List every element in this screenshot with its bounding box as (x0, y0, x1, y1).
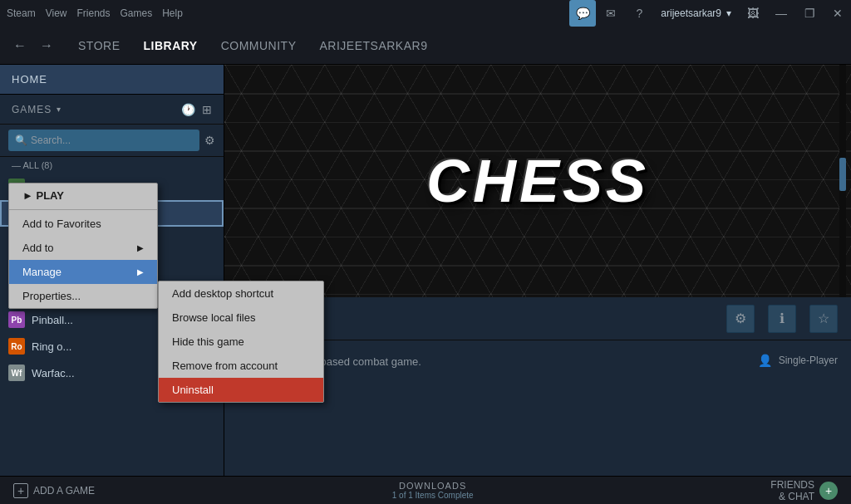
home-label: HOME (12, 73, 47, 86)
menu-steam[interactable]: Steam (7, 7, 36, 19)
all-label: — ALL (8) (0, 157, 224, 174)
add-game-label: ADD A GAME (33, 485, 95, 497)
title-bar-menus: Steam View Friends Games Help (7, 7, 183, 19)
sub-context-menu: Add desktop shortcut Browse local files … (158, 281, 324, 403)
info-button[interactable]: ℹ (768, 305, 796, 333)
username-label: arijeetsarkar9 (661, 7, 721, 19)
ctx-remove-account[interactable]: Remove from account (159, 354, 323, 378)
ctx-uninstall-label: Uninstall (172, 384, 214, 396)
ctx-properties[interactable]: Properties... (9, 284, 157, 308)
ctx-add-to-label: Add to (22, 242, 54, 254)
game-meta: 👤 Single-Player (758, 354, 838, 367)
menu-view[interactable]: View (46, 7, 67, 19)
ctx-hide-game[interactable]: Hide this game (159, 330, 323, 354)
hero-scrollbar[interactable] (839, 65, 846, 297)
downloads-status: 1 of 1 Items Complete (392, 491, 474, 500)
add-game-button[interactable]: + ADD A GAME (13, 483, 95, 498)
bottom-bar: + ADD A GAME DOWNLOADS 1 of 1 Items Comp… (0, 476, 851, 504)
notifications-button[interactable]: ✉ (598, 0, 624, 27)
search-wrap: 🔍 (8, 130, 199, 151)
nav-links: STORE LIBRARY COMMUNITY ARIJEETSARKAR9 (68, 34, 437, 57)
ctx-manage-label: Manage (22, 266, 61, 278)
hero-scrollbar-thumb (839, 158, 846, 191)
clock-icon[interactable]: 🕐 (181, 103, 195, 116)
hero-image: CHESS (224, 65, 851, 297)
game-name-warface: Warfac... (32, 367, 75, 379)
search-bar: 🔍 ⚙ (0, 125, 224, 157)
ctx-remove-account-label: Remove from account (172, 360, 278, 372)
game-mode-label: Single-Player (779, 355, 838, 366)
ctx-add-desktop-label: Add desktop shortcut (172, 287, 273, 300)
star-icon: ☆ (818, 311, 829, 326)
game-name-pinball: Pinball... (32, 314, 73, 326)
info-icon: ℹ (780, 311, 785, 326)
search-icon: 🔍 (15, 135, 27, 146)
chevron-down-icon: ▾ (726, 7, 731, 19)
person-icon: 👤 (758, 354, 772, 367)
game-icon-warface: Wf (8, 365, 25, 381)
plus-icon: + (13, 483, 28, 498)
ctx-hide-game-label: Hide this game (172, 335, 244, 348)
ctx-properties-label: Properties... (22, 290, 81, 302)
nav-library[interactable]: LIBRARY (133, 34, 207, 57)
downloads-info[interactable]: DOWNLOADS 1 of 1 Items Complete (392, 481, 474, 500)
ctx-play[interactable]: ► PLAY (9, 183, 157, 208)
menu-games[interactable]: Games (121, 7, 153, 19)
nav-store[interactable]: STORE (68, 34, 130, 57)
ctx-browse-local-label: Browse local files (172, 311, 255, 324)
game-icon-ring: Ro (8, 338, 25, 355)
ctx-uninstall[interactable]: Uninstall (159, 378, 323, 402)
ctx-play-label: ► PLAY (22, 189, 64, 202)
ctx-browse-local-files[interactable]: Browse local files (159, 306, 323, 330)
minimize-button[interactable]: — (768, 0, 794, 27)
games-label: GAMES (12, 104, 52, 115)
chess-title: CHESS (426, 147, 649, 215)
friends-chat-add-icon: + (819, 482, 838, 500)
ctx-add-desktop-shortcut[interactable]: Add desktop shortcut (159, 281, 323, 306)
game-name-ring: Ring o... (32, 340, 71, 353)
ctx-add-favorites-label: Add to Favorites (22, 218, 101, 230)
close-button[interactable]: ✕ (824, 0, 851, 27)
game-icon-pinball: Pb (8, 311, 25, 328)
ctx-add-to-arrow: ▶ (137, 243, 144, 252)
grid-icon[interactable]: ⊞ (202, 103, 212, 116)
nav-community[interactable]: COMMUNITY (211, 34, 307, 57)
restore-button[interactable]: ❐ (796, 0, 823, 27)
games-header: GAMES ▾ 🕐 ⊞ (0, 95, 224, 125)
filter-icon[interactable]: ⚙ (204, 134, 215, 147)
forward-button[interactable]: → (35, 34, 58, 57)
content-area: CHESS ▶ PLAY ⚙ ℹ ☆ "Chess" is a turn bas… (224, 65, 851, 476)
title-bar: Steam View Friends Games Help 💬 ✉ ? arij… (0, 0, 851, 27)
user-profile[interactable]: arijeetsarkar9 ▾ (654, 0, 738, 27)
home-button[interactable]: HOME (0, 65, 224, 95)
menu-friends[interactable]: Friends (76, 7, 110, 19)
ctx-divider-1 (9, 209, 157, 210)
favorite-button[interactable]: ☆ (809, 305, 838, 333)
menu-help[interactable]: Help (162, 7, 183, 19)
chat-button[interactable]: 💬 (569, 0, 596, 27)
ctx-add-to[interactable]: Add to ▶ (9, 236, 157, 260)
help-button[interactable]: ? (626, 0, 652, 27)
friends-chat-label: FRIENDS & CHAT (770, 479, 814, 502)
downloads-label: DOWNLOADS (392, 481, 474, 491)
games-expand-icon[interactable]: ▾ (57, 105, 61, 114)
title-bar-controls: 💬 ✉ ? arijeetsarkar9 ▾ 🖼 — ❐ ✕ (569, 0, 851, 27)
nav-bar: ← → STORE LIBRARY COMMUNITY ARIJEETSARKA… (0, 27, 851, 65)
friends-chat-button[interactable]: FRIENDS & CHAT + (770, 479, 838, 502)
nav-user[interactable]: ARIJEETSARKAR9 (310, 34, 438, 57)
screenshot-button[interactable]: 🖼 (740, 0, 766, 27)
context-menu: ► PLAY Add to Favorites Add to ▶ Manage … (8, 183, 158, 309)
ctx-manage-arrow: ▶ (137, 267, 144, 276)
games-toolbar: 🕐 ⊞ (181, 103, 212, 116)
ctx-manage[interactable]: Manage ▶ (9, 260, 157, 284)
ctx-add-favorites[interactable]: Add to Favorites (9, 212, 157, 236)
back-button[interactable]: ← (8, 34, 32, 57)
settings-icon: ⚙ (735, 311, 746, 326)
search-input[interactable] (31, 135, 193, 146)
games-title: GAMES ▾ (12, 104, 61, 115)
settings-button[interactable]: ⚙ (726, 305, 755, 333)
